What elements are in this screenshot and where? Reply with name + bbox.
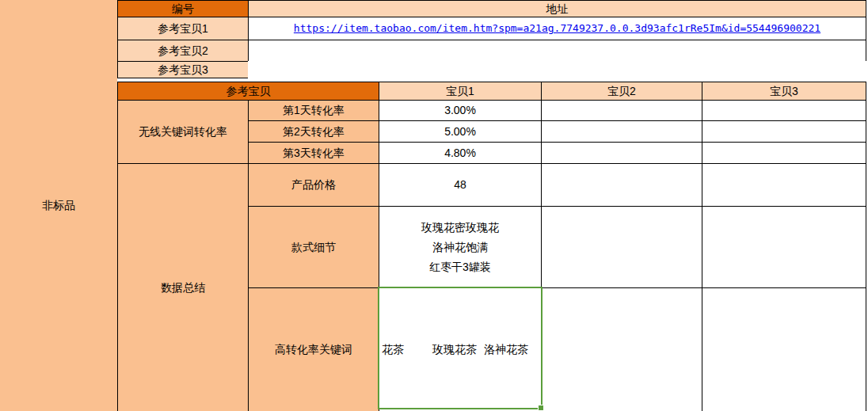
keyword-item3-cell[interactable] bbox=[702, 287, 866, 411]
ref-item3-address-cell[interactable] bbox=[248, 61, 866, 78]
day2-item3-cell[interactable] bbox=[702, 120, 866, 143]
keyword-label-cell[interactable]: 高转化率关键词 bbox=[248, 287, 379, 411]
style-line-3: 红枣干3罐装 bbox=[429, 257, 491, 277]
keyword-2: 玫瑰花茶 bbox=[432, 343, 477, 356]
keyword-item2-cell[interactable] bbox=[541, 287, 702, 411]
day1-item3-cell[interactable] bbox=[702, 100, 866, 121]
keyword-3: 洛神花茶 bbox=[484, 343, 528, 356]
spreadsheet: 非标品 编号 地址 参考宝贝1 https://item.taobao.com/… bbox=[0, 0, 868, 411]
summary-group-cell[interactable]: 数据总结 bbox=[117, 163, 249, 411]
category-cell[interactable]: 非标品 bbox=[0, 0, 117, 411]
ref-item3-label-cell[interactable]: 参考宝贝3 bbox=[117, 61, 249, 78]
style-line-1: 玫瑰花密玫瑰花 bbox=[421, 218, 499, 238]
item1-header-cell[interactable]: 宝贝1 bbox=[379, 82, 542, 101]
style-label-cell[interactable]: 款式细节 bbox=[248, 206, 379, 288]
day3-item3-cell[interactable] bbox=[702, 142, 866, 164]
day2-item1-cell[interactable]: 5.00% bbox=[379, 120, 542, 143]
day1-item1-cell[interactable]: 3.00% bbox=[379, 100, 542, 121]
style-line-2: 洛神花饱满 bbox=[432, 238, 488, 257]
style-item1-cell[interactable]: 玫瑰花密玫瑰花 洛神花饱满 红枣干3罐装 bbox=[379, 206, 542, 288]
day1-label-cell[interactable]: 第1天转化率 bbox=[248, 100, 379, 121]
day3-item2-cell[interactable] bbox=[541, 142, 702, 164]
price-item3-cell[interactable] bbox=[702, 163, 866, 207]
price-label-cell[interactable]: 产品价格 bbox=[248, 163, 379, 207]
keyword-1: 花茶 bbox=[382, 343, 404, 356]
day2-item2-cell[interactable] bbox=[541, 120, 702, 143]
day3-label-cell[interactable]: 第3天转化率 bbox=[248, 142, 379, 164]
style-item3-cell[interactable] bbox=[702, 206, 866, 288]
day3-item1-cell[interactable]: 4.80% bbox=[379, 142, 542, 164]
keyword-item1-cell[interactable]: 花茶 玫瑰花茶 洛神花茶 bbox=[379, 287, 542, 411]
category-label: 非标品 bbox=[42, 199, 75, 213]
ref-item1-label-cell[interactable]: 参考宝贝1 bbox=[117, 17, 249, 40]
price-item1-cell[interactable]: 48 bbox=[379, 163, 542, 207]
item3-header-cell[interactable]: 宝贝3 bbox=[702, 82, 866, 101]
price-item2-cell[interactable] bbox=[541, 163, 702, 207]
day2-label-cell[interactable]: 第2天转化率 bbox=[248, 120, 379, 143]
ref-item2-address-cell[interactable] bbox=[248, 40, 866, 62]
wireless-group-cell[interactable]: 无线关键词转化率 bbox=[117, 100, 249, 164]
ref-header-cell[interactable]: 参考宝贝 bbox=[117, 82, 379, 101]
ref-item2-label-cell[interactable]: 参考宝贝2 bbox=[117, 40, 249, 62]
address-header-cell[interactable]: 地址 bbox=[248, 0, 866, 17]
selection-fill-handle[interactable] bbox=[538, 405, 544, 411]
style-item2-cell[interactable] bbox=[541, 206, 702, 288]
day1-item2-cell[interactable] bbox=[541, 100, 702, 121]
ref-item1-address-cell[interactable]: https://item.taobao.com/item.htm?spm=a21… bbox=[248, 17, 866, 40]
taobao-item-link[interactable]: https://item.taobao.com/item.htm?spm=a21… bbox=[294, 22, 820, 35]
id-header-cell[interactable]: 编号 bbox=[117, 0, 249, 17]
item2-header-cell[interactable]: 宝贝2 bbox=[541, 82, 702, 101]
